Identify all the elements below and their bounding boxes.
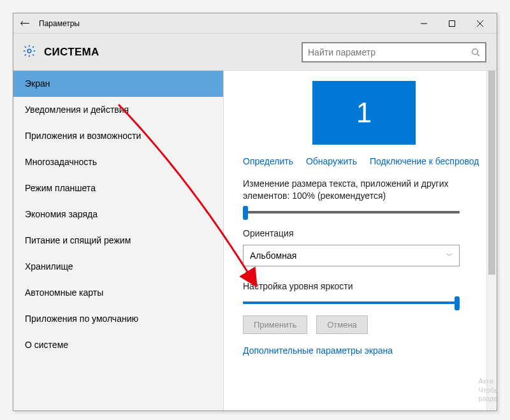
titlebar: 🡐 Параметры [13,13,497,34]
apply-button[interactable]: Применить [243,315,307,334]
brightness-slider[interactable] [243,301,460,304]
maximize-button[interactable] [438,14,466,33]
chevron-down-icon: ﹀ [446,251,453,260]
sidebar-item-apps[interactable]: Приложения и возможности [13,123,223,149]
sidebar: Экран Уведомления и действия Приложения … [13,71,224,410]
sidebar-item-about[interactable]: О системе [13,332,223,358]
sidebar-item-label: Многозадачность [25,157,97,167]
svg-point-5 [472,48,478,54]
gear-icon [22,44,36,61]
scrollbar-vertical[interactable] [486,71,497,410]
cancel-button[interactable]: Отмена [316,315,368,334]
sidebar-item-label: Экономия заряда [25,209,98,219]
sidebar-item-label: Питание и спящий режим [25,235,131,245]
minimize-button[interactable] [410,14,438,33]
svg-rect-1 [449,20,455,26]
scale-slider[interactable] [243,211,460,214]
sidebar-item-label: Экран [25,78,50,89]
orientation-select[interactable]: Альбомная ﹀ [243,245,460,266]
sidebar-item-label: Приложения и возможности [25,131,141,141]
advanced-display-link[interactable]: Дополнительные параметры экрана [243,345,485,356]
search-input[interactable] [308,47,471,57]
settings-window: 🡐 Параметры СИСТЕМА [13,13,497,411]
body: Экран Уведомления и действия Приложения … [13,71,497,410]
search-box[interactable] [302,42,486,62]
sidebar-item-label: Режим планшета [25,183,96,193]
sidebar-item-multitasking[interactable]: Многозадачность [13,149,223,175]
svg-line-6 [477,54,480,56]
orientation-value: Альбомная [250,250,296,261]
search-icon [471,48,480,57]
sidebar-item-battery[interactable]: Экономия заряда [13,201,223,228]
orientation-section: Ориентация Альбомная ﹀ [243,228,485,266]
sidebar-item-label: Автономные карты [25,287,103,298]
sidebar-item-default-apps[interactable]: Приложения по умолчанию [13,306,223,332]
window-title: Параметры [39,19,80,28]
brightness-slider-thumb[interactable] [455,296,460,310]
display-link-row: Определить Обнаружить Подключение к бесп… [243,156,485,166]
sidebar-item-tablet[interactable]: Режим планшета [13,175,223,201]
maximize-icon [449,20,455,27]
brightness-section: Настройка уровня яркости [243,280,485,304]
sidebar-item-label: Уведомления и действия [25,105,129,115]
close-button[interactable] [466,14,494,33]
sidebar-item-label: Хранилище [25,261,73,272]
content-inner: 1 Определить Обнаружить Подключение к бе… [224,81,497,410]
wireless-link[interactable]: Подключение к беспровод [370,156,479,166]
sidebar-item-storage[interactable]: Хранилище [13,254,223,280]
scale-label: Изменение размера текста, приложений и д… [243,178,485,202]
identify-link[interactable]: Определить [243,156,293,166]
sidebar-item-notifications[interactable]: Уведомления и действия [13,97,223,123]
header-left: СИСТЕМА [22,44,99,61]
sidebar-item-label: Приложения по умолчанию [25,314,138,324]
minimize-icon [421,20,427,27]
scrollbar-thumb[interactable] [488,71,495,275]
monitor-number: 1 [356,97,372,129]
scale-slider-thumb[interactable] [243,206,248,220]
header-row: СИСТЕМА [13,34,497,71]
detect-link[interactable]: Обнаружить [306,156,357,166]
sidebar-item-display[interactable]: Экран [13,71,223,97]
button-row: Применить Отмена [243,315,485,334]
content-pane: 1 Определить Обнаружить Подключение к бе… [224,71,497,410]
brightness-label: Настройка уровня яркости [243,280,485,293]
section-title: СИСТЕМА [44,46,99,59]
watermark-line: Акти [479,377,497,386]
orientation-label: Ориентация [243,228,485,240]
watermark-line: разде [479,395,497,403]
window-controls [410,14,494,33]
monitor-preview[interactable]: 1 [312,81,416,145]
activation-watermark: Акти Чтобь разде [479,377,497,403]
sidebar-item-power[interactable]: Питание и спящий режим [13,228,223,254]
watermark-line: Чтобь [479,386,497,395]
back-button[interactable]: 🡐 [20,18,30,29]
sidebar-item-maps[interactable]: Автономные карты [13,280,223,306]
titlebar-left: 🡐 Параметры [20,18,80,29]
sidebar-item-label: О системе [25,340,68,350]
svg-point-4 [27,49,31,53]
close-icon [477,20,483,27]
